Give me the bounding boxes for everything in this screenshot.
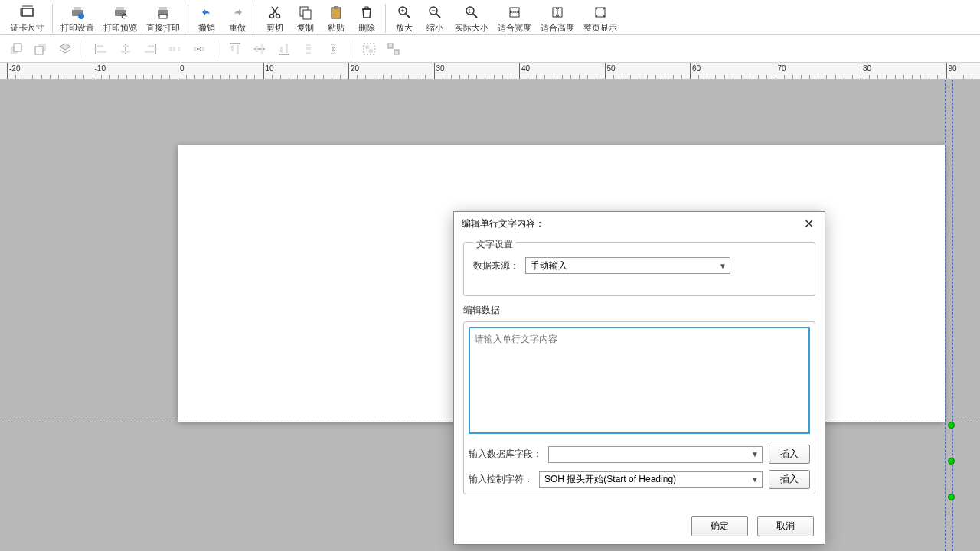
edit-text-dialog: 编辑单行文字内容： ✕ 文字设置 数据来源： 手动输入 ▼ 编辑数据 [453,211,825,545]
data-source-combo[interactable]: 手动输入 ▼ [525,257,730,274]
insert-control-char-button[interactable]: 插入 [769,470,810,489]
svg-line-15 [272,7,277,15]
text-settings-fieldset: 文字设置 数据来源： 手动输入 ▼ [463,242,815,296]
card-size-button[interactable]: 证卡尺寸 [6,2,49,35]
selection-handle[interactable] [948,422,955,429]
spacing-v-button[interactable] [323,39,343,59]
ungroup-button[interactable] [384,39,403,59]
delete-button[interactable]: 删除 [351,2,382,35]
control-char-combo[interactable]: SOH 报头开始(Start of Heading) ▼ [539,471,763,488]
copy-icon [297,4,314,21]
db-field-combo[interactable]: ▼ [548,446,763,463]
close-icon[interactable]: ✕ [801,217,817,231]
edit-data-fieldset: 输入数据库字段： ▼ 插入 输入控制字符： SOH 报头开始(Start of … [463,321,815,494]
print-preview-button[interactable]: 打印预览 [99,2,142,35]
redo-icon [229,4,246,21]
distribute-v-button[interactable] [299,39,318,59]
svg-rect-53 [194,47,196,51]
chevron-down-icon: ▼ [719,262,727,270]
ok-button[interactable]: 确定 [691,516,748,536]
svg-rect-4 [74,7,81,10]
svg-rect-52 [178,47,180,51]
selection-handle[interactable] [948,494,955,500]
copy-button[interactable]: 复制 [290,2,321,35]
edit-data-label: 编辑数据 [463,304,815,317]
cancel-button[interactable]: 取消 [757,516,814,536]
full-page-icon [592,4,609,21]
svg-rect-17 [303,10,311,19]
svg-rect-72 [388,44,393,48]
chevron-down-icon: ▼ [751,450,759,458]
svg-rect-51 [173,47,175,51]
direct-print-label: 直接打印 [146,22,180,34]
separator [83,40,83,58]
dialog-footer: 确定 取消 [454,508,825,544]
spacing-h-button[interactable] [189,39,209,59]
distribute-h-button[interactable] [165,39,185,59]
zoom-out-button[interactable]: 缩小 [420,2,450,35]
chevron-down-icon: ▼ [751,475,759,484]
svg-rect-38 [14,44,21,51]
svg-rect-66 [306,52,311,54]
zoom-in-button[interactable]: 放大 [389,2,420,35]
cut-label: 剪切 [266,22,283,34]
print-preview-icon [112,4,129,21]
undo-icon [198,4,215,21]
cut-button[interactable]: 剪切 [260,2,290,35]
content-input[interactable] [469,327,810,434]
align-center-h-button[interactable] [116,39,136,59]
svg-point-12 [270,15,274,18]
align-top-button[interactable] [225,39,245,59]
zoom-out-icon [426,4,443,21]
db-field-label: 输入数据库字段： [469,448,542,461]
undo-button[interactable]: 撤销 [191,2,222,35]
svg-rect-56 [231,45,234,51]
align-center-v-button[interactable] [250,39,270,59]
svg-rect-73 [394,50,399,54]
bring-front-button[interactable] [6,39,26,59]
svg-rect-42 [97,45,103,47]
svg-rect-59 [256,46,258,52]
scissors-icon [266,4,283,21]
align-left-button[interactable] [91,39,111,59]
fit-height-label: 适合高度 [541,22,574,34]
redo-button[interactable]: 重做 [222,2,253,35]
card-size-icon [19,4,36,21]
svg-line-23 [406,14,410,18]
svg-rect-68 [331,52,335,54]
control-char-value: SOH 报头开始(Start of Heading) [544,473,676,486]
paste-icon [328,4,345,21]
fit-height-button[interactable]: 适合高度 [536,2,579,35]
dialog-title: 编辑单行文字内容： [462,217,544,230]
separator [351,40,351,58]
fit-width-button[interactable]: 适合宽度 [493,2,536,35]
align-bottom-button[interactable] [274,39,294,59]
svg-rect-40 [35,47,43,54]
full-page-label: 整页显示 [583,22,617,34]
full-page-button[interactable]: 整页显示 [579,2,622,35]
send-back-button[interactable] [31,39,51,59]
separator [217,40,217,58]
separator [256,4,256,33]
svg-rect-57 [237,45,239,54]
layer-button[interactable] [55,39,75,59]
svg-rect-63 [286,44,288,53]
paste-button[interactable]: 粘贴 [321,2,351,35]
align-right-button[interactable] [140,39,160,59]
svg-rect-10 [159,7,167,10]
canvas-area[interactable]: 编辑单行文字内容： ✕ 文字设置 数据来源： 手动输入 ▼ 编辑数据 [0,80,980,551]
svg-rect-71 [369,49,373,53]
selection-handle[interactable] [948,458,955,465]
separator [188,4,188,33]
print-setup-button[interactable]: 打印设置 [56,2,99,35]
insert-db-field-button[interactable]: 插入 [769,445,810,464]
fieldset-label: 文字设置 [473,238,516,251]
data-source-value: 手动输入 [531,259,567,272]
group-button[interactable] [359,39,379,59]
actual-size-button[interactable]: 1 实际大小 [450,2,493,35]
svg-line-30 [473,14,477,18]
direct-print-button[interactable]: 直接打印 [142,2,185,35]
svg-rect-43 [97,51,106,53]
svg-point-13 [276,15,280,18]
zoom-in-label: 放大 [396,22,413,34]
